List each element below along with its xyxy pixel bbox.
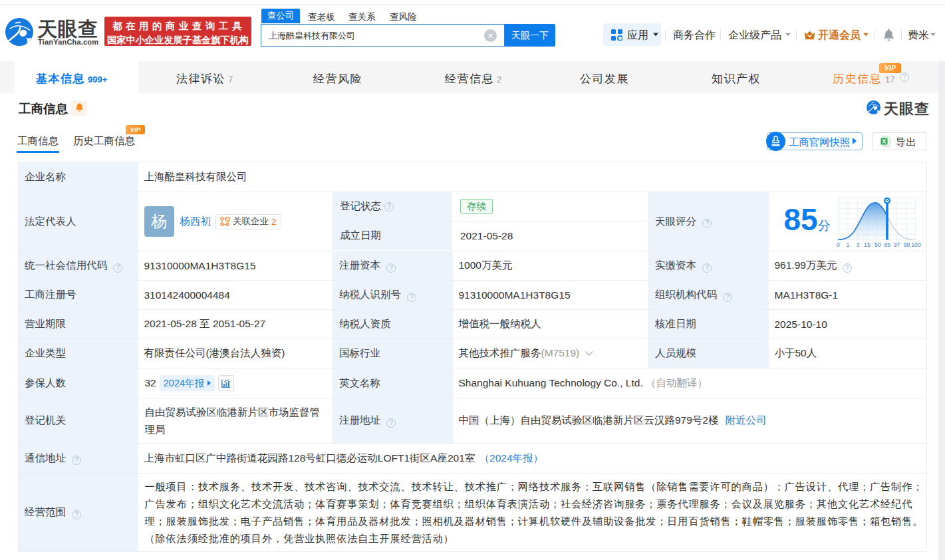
svg-text:15: 15 [864,241,871,248]
svg-text:1: 1 [846,241,849,248]
svg-text:97: 97 [893,241,900,248]
svg-text:50: 50 [874,241,880,248]
svg-text:3: 3 [856,241,859,248]
svg-text:85: 85 [884,241,890,248]
svg-text:100: 100 [911,241,921,248]
svg-text:99: 99 [903,241,910,248]
svg-text:0: 0 [837,241,840,248]
